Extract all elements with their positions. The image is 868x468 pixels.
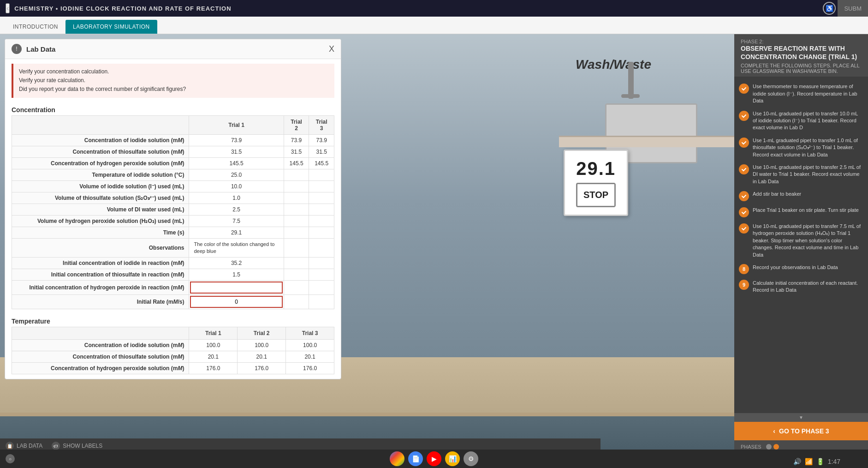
table-row: Concentration of hydrogen peroxide solut…	[12, 157, 334, 169]
step-text-4: Use 10-mL graduated pipet to transfer 2.…	[753, 164, 863, 185]
cell-t1: 35.2	[189, 258, 284, 269]
cell-t2: 145.5	[284, 157, 309, 169]
row-label: Volume of iodide solution (I⁻) used (mL)	[12, 180, 189, 192]
step-item-7: Use 10-mL graduated pipet to transfer 7.…	[734, 220, 868, 261]
cell-t3	[309, 169, 334, 180]
row-label: Time (s)	[12, 227, 189, 238]
steps-list: Use thermometer to measure temperature o…	[734, 77, 868, 413]
cell-t1: 25.0	[189, 169, 284, 180]
cell-t3	[309, 192, 334, 204]
more-steps-indicator: ▼	[734, 413, 868, 422]
taskbar-docs[interactable]: 📄	[408, 451, 423, 466]
cell-input-h2o2[interactable]	[189, 281, 284, 295]
row-label: Concentration of iodide solution (mM)	[12, 340, 189, 351]
main-layout: Wash/Waste ChemicalsforDisposal 29.1 STO…	[0, 34, 868, 453]
volume-icon[interactable]: 🔊	[793, 458, 801, 465]
panel-header: ! Lab Data X	[5, 39, 341, 59]
panel-close-button[interactable]: X	[329, 44, 334, 54]
phases-dots	[766, 444, 779, 450]
phase-title: Observe reaction rate with concentration…	[741, 44, 862, 61]
show-labels-button[interactable]: 🏷 SHOW LABELS	[52, 442, 102, 450]
check-icon	[741, 140, 747, 145]
col-header-trial3: Trial 3	[286, 327, 334, 340]
table-row: Volume of hydrogen peroxide solution (H₂…	[12, 215, 334, 227]
taskbar-chrome[interactable]	[390, 451, 404, 466]
labels-icon: 🏷	[52, 442, 60, 450]
cell-t2	[284, 227, 309, 238]
cell-t2: 73.9	[284, 134, 309, 146]
cell-t2	[284, 180, 309, 192]
cell-observations: The color of the solution changed to dee…	[189, 238, 284, 258]
cell-t2	[284, 192, 309, 204]
cell-t1: 20.1	[189, 351, 238, 363]
row-label: Temperature of iodide solution (°C)	[12, 169, 189, 180]
cell-t3: 20.1	[286, 351, 334, 363]
row-label: Initial Rate (mM/s)	[12, 295, 189, 309]
cell-t3	[309, 215, 334, 227]
cell-t1: 1.0	[189, 192, 284, 204]
cell-t1: 10.0	[189, 180, 284, 192]
counter-edge	[0, 413, 734, 416]
stop-button[interactable]: STOP	[576, 183, 616, 207]
table-row: Concentration of hydrogen peroxide solut…	[12, 363, 334, 374]
cell-t1: 145.5	[189, 157, 284, 169]
clock: 1:47	[828, 458, 840, 465]
counter-surface	[559, 136, 734, 147]
panel-title: Lab Data	[26, 45, 329, 53]
cell-input-rate[interactable]	[189, 295, 284, 309]
table-row: Initial concentration of iodide in react…	[12, 258, 334, 269]
battery-icon[interactable]: 🔋	[816, 458, 824, 465]
step-text-1: Use thermometer to measure temperature o…	[753, 83, 863, 104]
go-to-phase-3-button[interactable]: ‹ GO TO PHASE 3	[734, 422, 868, 440]
cell-t3	[309, 180, 334, 192]
cell-t3	[309, 238, 334, 258]
row-label: Concentration of iodide solution (mM)	[12, 134, 189, 146]
col-header-trial1: Trial 1	[189, 115, 284, 134]
tab-laboratory-simulation[interactable]: LABORATORY SIMULATION	[65, 20, 157, 34]
faucet-pipe	[628, 62, 634, 99]
submit-button[interactable]: SUBM	[838, 0, 868, 17]
step-check-5	[739, 191, 749, 201]
table-row: Temperature of iodide solution (°C) 25.0	[12, 169, 334, 180]
row-label: Concentration of thiosulfate solution (m…	[12, 351, 189, 363]
temperature-table: Trial 1 Trial 2 Trial 3 Concentration of…	[12, 327, 334, 374]
step-item-5: Add stir bar to beaker	[734, 188, 868, 204]
col-header-trial2: Trial 2	[238, 327, 286, 340]
cell-t2	[284, 258, 309, 269]
step-text-9: Calculate initial concentration of each …	[753, 280, 863, 294]
step-item-2: Use 10-mL graduated pipet to transfer 10…	[734, 108, 868, 134]
table-row: Concentration of iodide solution (mM) 10…	[12, 340, 334, 351]
wifi-icon[interactable]: 📶	[805, 458, 813, 465]
row-label: Initial concentration of hydrogen peroxi…	[12, 281, 189, 295]
cell-t2	[284, 204, 309, 215]
cell-t2: 20.1	[238, 351, 286, 363]
taskbar-settings[interactable]: ⚙	[464, 451, 478, 466]
accessibility-button[interactable]: ♿	[823, 2, 836, 15]
step-item-4: Use 10-mL graduated pipet to transfer 2.…	[734, 161, 868, 188]
check-icon	[741, 113, 747, 119]
error-message: Verify your concentration calculation.Ve…	[12, 64, 334, 98]
table-row: Initial concentration of thiosulfate in …	[12, 269, 334, 281]
cell-t1: 29.1	[189, 227, 284, 238]
step-check-3	[739, 138, 749, 148]
taskbar-slides[interactable]: 📊	[445, 451, 460, 466]
system-tray: 🔊 📶 🔋 1:47	[793, 458, 840, 465]
cell-t2	[284, 295, 309, 309]
step-check-1	[739, 84, 749, 94]
input-h2o2-t1[interactable]	[190, 282, 282, 294]
step-text-6: Place Trial 1 beaker on stir plate. Turn…	[753, 207, 863, 214]
cell-t3	[309, 281, 334, 295]
row-label: Observations	[12, 238, 189, 258]
cell-t3: 145.5	[309, 157, 334, 169]
cell-t2: 176.0	[238, 363, 286, 374]
taskbar-youtube[interactable]: ▶	[427, 451, 441, 466]
tab-introduction[interactable]: INTRODUCTION	[6, 20, 65, 34]
back-button[interactable]: ‹	[6, 3, 10, 13]
faucet-head	[621, 94, 640, 98]
cell-t3: 73.9	[309, 134, 334, 146]
input-rate-t1[interactable]	[190, 296, 282, 308]
check-icon	[741, 86, 747, 91]
table-row: Volume of iodide solution (I⁻) used (mL)…	[12, 180, 334, 192]
lab-data-button[interactable]: 📋 LAB DATA	[6, 442, 42, 450]
home-icon[interactable]: ○	[6, 454, 15, 463]
